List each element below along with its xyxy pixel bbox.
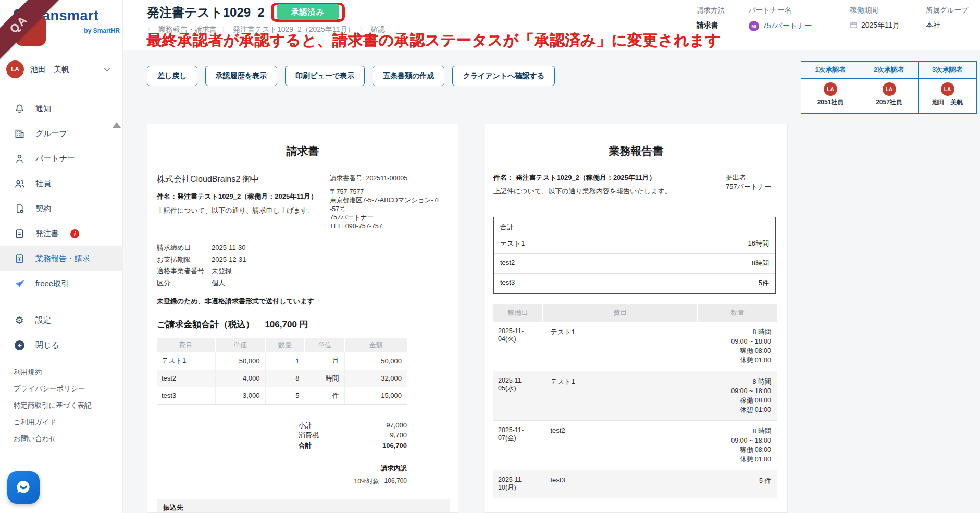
- info-badge-icon: i: [70, 229, 79, 238]
- bell-icon: [14, 103, 25, 114]
- cell-qty: 8 時間 09:00 ~ 18:00 稼働 08:00 休憩 01:00: [698, 371, 777, 421]
- approver-name: 2051社員: [817, 98, 844, 107]
- total-value: 106,700 円: [265, 319, 308, 331]
- sidebar-item-settings[interactable]: ⚙ 設定: [0, 308, 123, 333]
- chat-widget-button[interactable]: [7, 471, 40, 504]
- report-title: 業務報告書: [485, 124, 787, 158]
- sidebar-item-label: 通知: [35, 104, 51, 114]
- user-name: 池田 美帆: [30, 65, 69, 75]
- cell-unit: 月: [305, 352, 344, 370]
- total-label: ご請求金額合計（税込）: [157, 319, 254, 331]
- approver-column-1: 1次承認者 LA 2051社員: [801, 62, 860, 113]
- meta-value: 2025-12-31: [212, 255, 246, 263]
- status-badge: 承認済み: [277, 4, 339, 20]
- table-row: test3 3,000 5 件 15,000: [157, 387, 407, 404]
- period-value: 2025年11月: [861, 21, 900, 30]
- cell-item: test3: [157, 387, 215, 404]
- approver-header: 2次承認者: [860, 62, 918, 79]
- subtotal-value: 97,000: [386, 420, 407, 431]
- meta-value: 個人: [212, 279, 225, 287]
- table-row: test2 4,000 8 時間 32,000: [157, 370, 407, 387]
- print-view-button[interactable]: 印刷ビューで表示: [285, 66, 365, 86]
- group-value: 本社: [926, 21, 940, 30]
- sidebar-item-partner[interactable]: パートナー: [0, 146, 123, 171]
- sidebar-bottom-nav: ⚙ 設定 閉じる: [0, 308, 123, 358]
- meta-period: 稼働期間 2025年11月: [850, 6, 908, 31]
- meta-label: お支払期限: [157, 254, 212, 266]
- sidebar-nav: 通知 グループ パートナー 社員: [0, 96, 123, 296]
- cell-unit-price: 50,000: [215, 352, 265, 370]
- approver-header: 3次承認者: [919, 62, 976, 79]
- cell-unit-price: 4,000: [215, 370, 265, 387]
- invoice-title: 請求書: [147, 124, 458, 158]
- breakdown-value: 106,700: [384, 477, 407, 486]
- building-icon: [14, 128, 25, 139]
- approval-history-button[interactable]: 承認履歴を表示: [205, 66, 277, 86]
- meta-billing-method: 請求方法 請求書: [697, 6, 731, 31]
- link-contact[interactable]: お問い合わせ: [14, 431, 91, 447]
- header-meta: 請求方法 請求書 パートナー名 MI 757パートナー 稼働期間 2025年11…: [697, 6, 971, 31]
- table-header-row: 費目 単価 数量 単位 金額: [157, 338, 407, 352]
- table-row: テスト1 50,000 1 月 50,000: [157, 352, 407, 370]
- approver-avatar: LA: [824, 82, 837, 96]
- link-commercial-transactions[interactable]: 特定商取引に基づく表記: [14, 397, 91, 414]
- cell-unit-price: 3,000: [215, 387, 265, 404]
- invoice-totals: 小計97,000 消費税9,700 合計106,700: [299, 420, 407, 451]
- subtotal-label: 小計: [299, 420, 312, 431]
- cell-qty: 8: [265, 370, 305, 387]
- total-value: 106,700: [382, 441, 407, 451]
- sidebar: Lansmart by SmartHR LA 池田 美帆 通知 グループ: [0, 0, 123, 513]
- meta-label: 請求締め日: [157, 242, 212, 254]
- invoice-recipient: 株式会社CloudBrains2 御中: [157, 174, 330, 185]
- cell-date: 2025-11-07(金): [493, 421, 543, 470]
- page-header: 発注書テスト1029_2 承認済み: [147, 3, 345, 22]
- sidebar-item-contracts[interactable]: 契約: [0, 196, 123, 221]
- cell-item: test3: [543, 470, 698, 498]
- approver-header: 1次承認者: [801, 62, 860, 79]
- page-title: 発注書テスト1029_2: [147, 4, 265, 21]
- column-header: 費目: [157, 338, 215, 352]
- column-header: 稼働日: [493, 304, 543, 322]
- invoice-greeting: 上記件について、以下の通り、請求申し上げます。: [157, 206, 330, 215]
- summary-item: test3: [500, 278, 515, 288]
- sidebar-item-label: 発注書: [35, 229, 59, 239]
- table-row: 2025-11-05(水) テスト1 8 時間 09:00 ~ 18:00 稼働…: [493, 371, 777, 421]
- column-header: 単位: [305, 338, 344, 352]
- cell-item: テスト1: [543, 322, 698, 371]
- cell-qty: 5: [265, 387, 305, 404]
- link-user-guide[interactable]: ご利用ガイド: [14, 414, 91, 431]
- arrow-left-circle-icon: [14, 340, 25, 351]
- send-back-button[interactable]: 差し戻し: [147, 66, 197, 86]
- submitter-name: 757パートナー: [726, 182, 777, 191]
- link-privacy-policy[interactable]: プライバシーポリシー: [14, 381, 91, 397]
- link-terms[interactable]: 利用規約: [14, 364, 91, 381]
- sidebar-item-label: 社員: [35, 179, 51, 189]
- paper-plane-icon: [14, 278, 25, 289]
- total-label: 合計: [299, 441, 312, 451]
- sidebar-item-reports-invoices[interactable]: 業務報告・請求: [0, 246, 123, 271]
- sidebar-item-label: パートナー: [35, 154, 75, 164]
- sidebar-item-freee[interactable]: freee取引: [0, 271, 123, 296]
- cell-item: テスト1: [543, 371, 698, 421]
- invoice-subject: 件名：発注書テスト1029_2（稼働月：2025年11月）: [157, 192, 330, 201]
- partner-link[interactable]: 757パートナー: [763, 21, 812, 31]
- sidebar-item-purchase-orders[interactable]: 発注書 i: [0, 221, 123, 246]
- sidebar-scroll-up-arrow[interactable]: [113, 122, 121, 128]
- article5-documents-button[interactable]: 五条書類の作成: [373, 66, 444, 86]
- summary-title: 合計: [494, 217, 775, 234]
- contract-check-icon: [14, 203, 25, 214]
- cell-date: 2025-11-10(月): [493, 470, 543, 498]
- sidebar-item-notifications[interactable]: 通知: [0, 96, 123, 121]
- report-subject: 件名： 発注書テスト1029_2（稼働月：2025年11月）: [493, 173, 726, 182]
- gear-icon: ⚙: [14, 315, 25, 325]
- invoice-number: 請求書番号: 202511-00005: [330, 174, 451, 183]
- invoice-meta: 請求締め日2025-11-30 お支払期限2025-12-31 適格事業者番号未…: [147, 230, 458, 289]
- sidebar-item-collapse[interactable]: 閉じる: [0, 333, 123, 358]
- meta-value: 2025-11-30: [212, 243, 246, 251]
- approver-name: 2057社員: [876, 98, 902, 107]
- confirm-with-client-button[interactable]: クライアントへ確認する: [452, 66, 555, 86]
- sidebar-item-groups[interactable]: グループ: [0, 121, 123, 146]
- sidebar-item-employees[interactable]: 社員: [0, 171, 123, 196]
- tax-value: 9,700: [390, 430, 407, 441]
- tax-label: 消費税: [299, 430, 319, 441]
